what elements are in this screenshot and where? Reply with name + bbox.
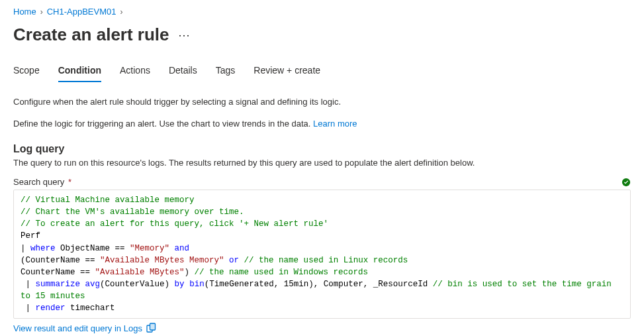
code-comment: // the name used in Windows records xyxy=(195,268,369,277)
tab-details[interactable]: Details xyxy=(169,61,197,82)
define-logic-span: Define the logic for triggering an alert… xyxy=(13,119,313,129)
more-actions-button[interactable]: ··· xyxy=(179,29,191,41)
learn-more-link[interactable]: Learn more xyxy=(313,119,357,129)
breadcrumb-home[interactable]: Home xyxy=(13,7,36,17)
chevron-right-icon: › xyxy=(120,7,122,17)
code-comment: // the name used in Linux records xyxy=(244,256,408,265)
code-keyword: render xyxy=(36,304,66,313)
code-text xyxy=(224,256,230,265)
breadcrumb: Home › CH1-AppBEVM01 › xyxy=(13,5,631,22)
code-text: | xyxy=(21,244,30,253)
code-keyword: by xyxy=(175,280,185,289)
search-query-editor[interactable]: // Virtual Machine available memory // C… xyxy=(13,190,631,319)
svg-rect-2 xyxy=(150,323,155,330)
code-function: bin xyxy=(189,280,205,289)
tab-condition[interactable]: Condition xyxy=(58,61,101,82)
code-text: Perf xyxy=(21,231,40,241)
title-row: Create an alert rule ··· xyxy=(13,22,631,61)
code-text: | xyxy=(21,304,36,313)
search-query-field-row: Search query * xyxy=(13,168,631,187)
chevron-right-icon: › xyxy=(40,7,43,17)
code-comment: // Chart the VM's available memory over … xyxy=(21,207,244,217)
code-comment: // To create an alert for this query, cl… xyxy=(21,219,328,229)
code-string: "Available MBytes Memory" xyxy=(100,256,224,265)
code-keyword: or xyxy=(229,256,239,265)
check-circle-icon xyxy=(621,178,631,187)
code-string: "Memory" xyxy=(130,244,169,253)
code-text xyxy=(80,280,85,289)
code-text: (CounterName == xyxy=(21,256,100,265)
view-in-logs-link[interactable]: View result and edit query in Logs xyxy=(13,323,142,333)
code-text: (TimeGenerated, 15min), Computer, _Resou… xyxy=(205,280,433,289)
code-keyword: and xyxy=(175,244,190,253)
code-text xyxy=(239,256,244,265)
code-text xyxy=(169,244,175,253)
tab-actions[interactable]: Actions xyxy=(120,61,150,82)
log-query-subtext: The query to run on this resource's logs… xyxy=(13,155,631,168)
code-text: (CounterValue) xyxy=(100,280,175,289)
tab-scope[interactable]: Scope xyxy=(13,61,40,82)
intro-text: Configure when the alert rule should tri… xyxy=(13,85,631,107)
tab-review-create[interactable]: Review + create xyxy=(253,61,320,82)
breadcrumb-resource[interactable]: CH1-AppBEVM01 xyxy=(47,7,116,17)
code-function: avg xyxy=(85,280,101,289)
tabs: Scope Condition Actions Details Tags Rev… xyxy=(13,61,631,82)
code-text: | xyxy=(21,280,36,289)
page-title: Create an alert rule xyxy=(13,25,169,45)
define-logic-text: Define the logic for triggering an alert… xyxy=(13,107,631,129)
code-text xyxy=(185,280,190,289)
code-text: CounterName == xyxy=(21,268,95,277)
code-keyword: summarize xyxy=(36,280,81,289)
code-keyword: where xyxy=(30,244,56,253)
log-query-heading: Log query xyxy=(13,129,631,155)
code-text: ) xyxy=(185,268,195,277)
view-in-logs-row: View result and edit query in Logs xyxy=(13,319,631,333)
open-external-icon[interactable] xyxy=(146,323,157,333)
code-text: ObjectName == xyxy=(56,244,130,253)
code-text: timechart xyxy=(66,304,115,313)
search-query-label: Search query xyxy=(13,177,64,187)
tab-tags[interactable]: Tags xyxy=(216,61,236,82)
code-comment: // Virtual Machine available memory xyxy=(21,195,195,205)
required-indicator: * xyxy=(68,177,71,187)
code-string: "Available MBytes" xyxy=(95,268,185,277)
